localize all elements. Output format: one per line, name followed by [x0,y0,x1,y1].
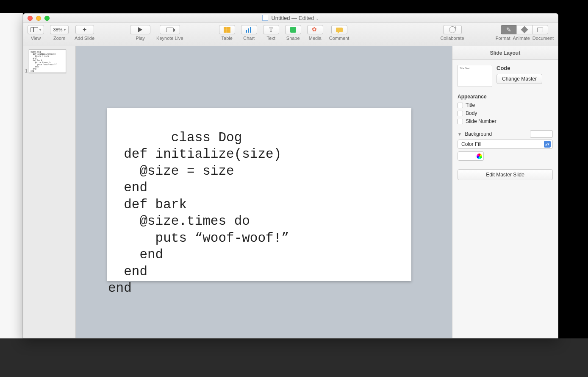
checkbox-body[interactable] [458,111,463,116]
canvas[interactable]: class Dog def initialize(size) @size = s… [76,46,452,338]
shape-icon [290,27,296,33]
select-arrows-icon: ▴▾ [544,141,551,148]
zoom-button[interactable]: 38%▾ [50,25,69,34]
view-label: View [31,36,41,41]
play-icon [138,27,142,32]
text-icon: T [269,26,273,34]
workspace: 1 class Dog def initialize(size) @size =… [23,46,558,338]
slide-thumbnail-preview: class Dog def initialize(size) @size = s… [29,49,66,73]
checkbox-title-label: Title [466,102,475,108]
table-label: Table [222,36,233,41]
slide-thumbnail[interactable]: 1 class Dog def initialize(size) @size =… [23,48,75,74]
edit-master-slide-button[interactable]: Edit Master Slide [458,169,553,180]
keynote-live-label: Keynote Live [156,36,183,41]
format-tab[interactable]: ✎ [501,25,517,34]
collaborate-label: Collaborate [440,36,464,41]
chevron-down-icon: ▾ [64,28,66,32]
appearance-heading: Appearance [458,94,553,100]
paintbrush-icon: ✎ [506,26,511,33]
keynote-live-button[interactable] [160,25,180,34]
chevron-down-icon: ⌄ [316,16,319,21]
inspector-tabs: ✎ [501,25,548,34]
view-icon [31,27,38,32]
checkbox-slidenum[interactable] [458,119,463,124]
inspector: Slide Layout Title Text Code Change Mast… [452,46,558,338]
comment-icon [336,28,343,32]
disclosure-triangle-icon[interactable]: ▼ [458,132,462,137]
play-label: Play [136,36,144,41]
keynote-window: Untitled — Edited ⌄ ▾ View 38%▾ Zoom + A… [23,13,558,338]
document-glyph-icon [262,15,268,21]
collaborate-button[interactable] [443,25,462,34]
chevron-down-icon: ▾ [39,28,41,32]
close-icon[interactable] [28,16,33,21]
background-swatch[interactable] [530,130,553,138]
broadcast-icon [166,28,174,32]
window-title-doc: Untitled [271,15,290,21]
background-row: ▼ Background [458,130,553,138]
checkbox-title[interactable] [458,103,463,108]
media-icon [312,27,318,33]
master-name: Code [496,65,553,71]
text-button[interactable]: T [263,25,279,34]
animate-tab[interactable] [516,25,533,34]
window-title[interactable]: Untitled — Edited ⌄ [23,15,558,21]
checkbox-slidenum-label: Slide Number [466,118,496,124]
format-label: Format [496,36,510,41]
color-wheel-icon [477,154,482,159]
master-row: Title Text Code Change Master [458,65,553,87]
master-preview[interactable]: Title Text [458,65,492,87]
desktop-sidebar-placeholder [0,13,23,338]
animate-label: Animate [513,36,530,41]
maximize-icon[interactable] [44,16,50,21]
appearance-title-row[interactable]: Title [458,102,553,108]
comment-button[interactable] [331,25,347,34]
comment-label: Comment [329,36,349,41]
shape-button[interactable] [285,25,301,34]
zoom-label: Zoom [53,36,65,41]
inspector-header: Slide Layout [452,46,558,60]
chart-label: Chart [243,36,255,41]
color-well[interactable] [458,151,475,161]
diamond-icon [521,26,528,34]
fill-type-value: Color Fill [461,141,481,147]
appearance-body-row[interactable]: Body [458,110,553,116]
document-icon [537,28,543,32]
background-label: Background [465,131,492,137]
toolbar: ▾ View 38%▾ Zoom + Add Slide Play Keynot… [23,23,558,46]
change-master-button[interactable]: Change Master [496,74,542,84]
shape-label: Shape [286,36,300,41]
chart-button[interactable] [241,25,257,34]
titlebar: Untitled — Edited ⌄ [23,14,558,23]
zoom-value: 38% [53,27,62,32]
color-wheel-button[interactable] [475,151,484,161]
collaborate-icon [449,26,456,33]
add-slide-button[interactable]: + [75,25,94,34]
table-button[interactable] [219,25,235,34]
media-label: Media [309,36,322,41]
appearance-slidenum-row[interactable]: Slide Number [458,118,553,124]
checkbox-body-label: Body [466,110,477,116]
document-tab[interactable] [532,25,548,34]
media-button[interactable] [307,25,323,34]
fill-type-select[interactable]: Color Fill ▴▾ [458,140,553,149]
chart-icon [246,27,252,33]
inspector-body: Title Text Code Change Master Appearance… [452,60,558,185]
slide-index: 1 [25,68,28,73]
table-icon [224,27,230,33]
slide-code-text[interactable]: class Dog def initialize(size) @size = s… [108,130,289,296]
window-title-state: — Edited [291,15,314,21]
color-picker-row [458,151,553,161]
plus-icon: + [83,27,86,33]
text-label: Text [267,36,275,41]
slide[interactable]: class Dog def initialize(size) @size = s… [107,108,411,281]
dock-strip [0,338,588,377]
view-button[interactable]: ▾ [28,25,44,34]
play-button[interactable] [130,25,150,34]
add-slide-label: Add Slide [75,36,94,41]
traffic-lights [23,16,50,21]
slide-navigator[interactable]: 1 class Dog def initialize(size) @size =… [23,46,76,338]
minimize-icon[interactable] [36,16,41,21]
document-label: Document [533,36,554,41]
